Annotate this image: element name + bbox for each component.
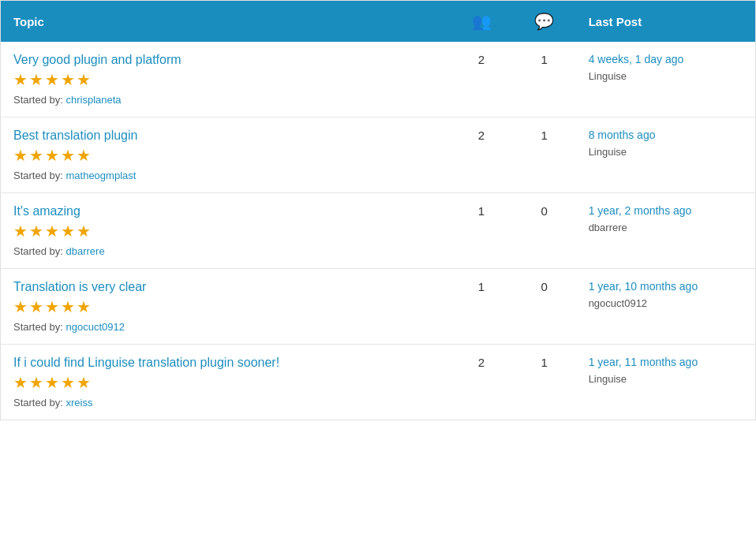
replies-count-cell: 1 xyxy=(513,42,576,118)
users-count-cell: 1 xyxy=(450,193,513,269)
last-post-time: 8 months ago xyxy=(589,129,743,141)
last-post-author: Linguise xyxy=(589,146,627,158)
users-count-cell: 1 xyxy=(450,269,513,345)
last-post-cell: 1 year, 2 months ago dbarrere xyxy=(576,193,756,269)
star-rating: ★★★★★ xyxy=(13,222,437,241)
author-link[interactable]: xreiss xyxy=(65,397,92,409)
author-link[interactable]: matheogmplast xyxy=(65,170,136,181)
star-rating: ★★★★★ xyxy=(13,297,437,316)
last-post-author: Linguise xyxy=(589,70,627,82)
users-count-cell: 2 xyxy=(450,42,513,118)
table-row: Best translation plugin ★★★★★ Started by… xyxy=(1,118,756,193)
replies-icon: 💬 xyxy=(534,12,554,31)
table-row: Translation is very clear ★★★★★ Started … xyxy=(1,269,756,345)
users-column-header: 👥 xyxy=(450,1,513,43)
started-by: Started by: matheogmplast xyxy=(13,170,136,181)
replies-count-cell: 1 xyxy=(513,345,576,420)
last-post-time: 4 weeks, 1 day ago xyxy=(589,53,743,65)
last-post-header-label: Last Post xyxy=(589,15,642,28)
users-icon: 👥 xyxy=(472,12,492,31)
topic-title-link[interactable]: It's amazing xyxy=(13,204,437,218)
started-by: Started by: xreiss xyxy=(13,397,92,409)
started-by: Started by: ngocuct0912 xyxy=(13,321,125,333)
users-count-cell: 2 xyxy=(450,118,513,193)
star-rating: ★★★★★ xyxy=(13,70,437,89)
topic-column-header: Topic xyxy=(1,1,451,43)
last-post-time: 1 year, 10 months ago xyxy=(589,280,743,293)
forum-table: Topic 👥 💬 Last Post Very good plugin and… xyxy=(0,0,756,420)
author-link[interactable]: dbarrere xyxy=(65,245,104,257)
last-post-cell: 1 year, 11 months ago Linguise xyxy=(576,345,756,420)
topic-cell: If i could find Linguise translation plu… xyxy=(1,345,451,420)
star-rating: ★★★★★ xyxy=(13,373,437,392)
started-by: Started by: dbarrere xyxy=(13,245,105,257)
table-row: If i could find Linguise translation plu… xyxy=(1,345,756,420)
topic-title-link[interactable]: Translation is very clear xyxy=(13,280,437,294)
topic-cell: Translation is very clear ★★★★★ Started … xyxy=(1,269,451,345)
last-post-column-header: Last Post xyxy=(576,1,756,43)
last-post-cell: 8 months ago Linguise xyxy=(576,118,756,193)
topic-title-link[interactable]: Best translation plugin xyxy=(13,129,437,143)
author-link[interactable]: ngocuct0912 xyxy=(65,321,124,333)
author-link[interactable]: chrisplaneta xyxy=(65,94,121,106)
last-post-author: Linguise xyxy=(589,373,627,385)
topic-title-link[interactable]: If i could find Linguise translation plu… xyxy=(13,356,437,370)
last-post-time: 1 year, 11 months ago xyxy=(589,356,743,368)
table-row: It's amazing ★★★★★ Started by: dbarrere … xyxy=(1,193,756,269)
last-post-cell: 1 year, 10 months ago ngocuct0912 xyxy=(576,269,756,345)
last-post-cell: 4 weeks, 1 day ago Linguise xyxy=(576,42,756,118)
replies-count-cell: 1 xyxy=(513,118,576,193)
topic-cell: Very good plugin and platform ★★★★★ Star… xyxy=(1,42,451,118)
topic-title-link[interactable]: Very good plugin and platform xyxy=(13,53,437,67)
users-count-cell: 2 xyxy=(450,345,513,420)
last-post-author: dbarrere xyxy=(589,222,627,233)
star-rating: ★★★★★ xyxy=(13,146,437,165)
topic-cell: It's amazing ★★★★★ Started by: dbarrere xyxy=(1,193,451,269)
topic-header-label: Topic xyxy=(13,15,44,28)
last-post-author: ngocuct0912 xyxy=(589,297,647,309)
last-post-time: 1 year, 2 months ago xyxy=(589,204,743,217)
replies-column-header: 💬 xyxy=(513,1,576,43)
started-by: Started by: chrisplaneta xyxy=(13,94,122,106)
table-header-row: Topic 👥 💬 Last Post xyxy=(1,1,756,43)
table-row: Very good plugin and platform ★★★★★ Star… xyxy=(1,42,756,118)
replies-count-cell: 0 xyxy=(513,269,576,345)
topic-cell: Best translation plugin ★★★★★ Started by… xyxy=(1,118,451,193)
replies-count-cell: 0 xyxy=(513,193,576,269)
